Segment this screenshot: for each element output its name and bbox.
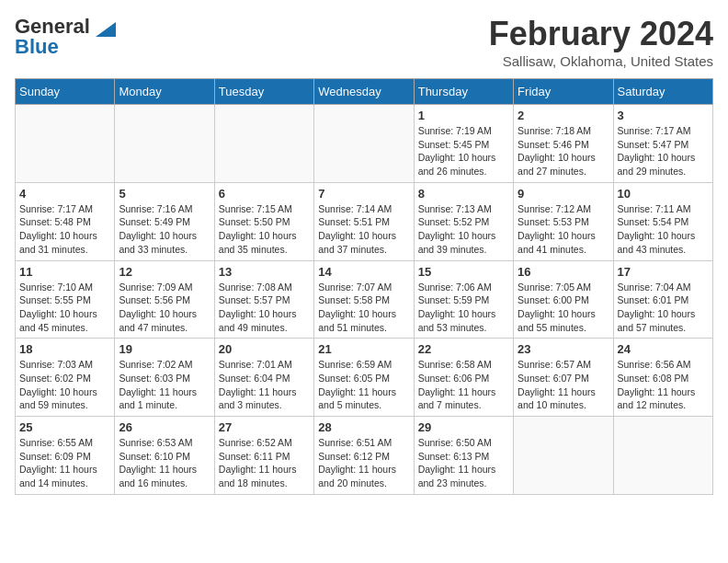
day-number: 27 <box>219 420 310 434</box>
calendar-cell: 6Sunrise: 7:15 AMSunset: 5:50 PMDaylight… <box>214 182 313 260</box>
day-info: Sunrise: 7:07 AMSunset: 5:58 PMDaylight:… <box>318 281 409 335</box>
logo: General Blue <box>15 15 116 59</box>
day-number: 11 <box>19 265 110 279</box>
day-number: 17 <box>618 265 709 279</box>
calendar-cell: 25Sunrise: 6:55 AMSunset: 6:09 PMDayligh… <box>16 417 115 495</box>
day-info: Sunrise: 7:17 AMSunset: 5:48 PMDaylight:… <box>19 202 110 257</box>
calendar-cell: 24Sunrise: 6:56 AMSunset: 6:08 PMDayligh… <box>613 339 712 417</box>
calendar-cell: 18Sunrise: 7:03 AMSunset: 6:02 PMDayligh… <box>16 339 115 417</box>
day-number: 28 <box>318 420 409 434</box>
day-info: Sunrise: 7:11 AMSunset: 5:54 PMDaylight:… <box>618 202 709 257</box>
day-number: 21 <box>318 342 409 356</box>
day-info: Sunrise: 7:18 AMSunset: 5:46 PMDaylight:… <box>518 124 609 178</box>
day-number: 7 <box>318 187 409 201</box>
header: General Blue February 2024 Sallisaw, Okl… <box>15 15 713 69</box>
day-info: Sunrise: 6:50 AMSunset: 6:13 PMDaylight:… <box>418 436 509 490</box>
calendar-cell: 28Sunrise: 6:51 AMSunset: 6:12 PMDayligh… <box>314 417 414 495</box>
day-info: Sunrise: 7:08 AMSunset: 5:57 PMDaylight:… <box>219 281 310 335</box>
calendar-cell <box>16 105 115 183</box>
day-info: Sunrise: 6:58 AMSunset: 6:06 PMDaylight:… <box>418 358 509 412</box>
day-number: 3 <box>618 109 709 122</box>
day-number: 23 <box>518 342 609 356</box>
calendar-cell: 12Sunrise: 7:09 AMSunset: 5:56 PMDayligh… <box>115 260 214 339</box>
calendar-cell <box>214 105 313 183</box>
day-number: 1 <box>418 109 509 122</box>
day-info: Sunrise: 6:57 AMSunset: 6:07 PMDaylight:… <box>518 358 609 412</box>
day-info: Sunrise: 7:01 AMSunset: 6:04 PMDaylight:… <box>219 358 310 412</box>
calendar-cell: 7Sunrise: 7:14 AMSunset: 5:51 PMDaylight… <box>314 182 414 260</box>
weekday-header-sunday: Sunday <box>16 79 115 105</box>
calendar-week-1: 1Sunrise: 7:19 AMSunset: 5:45 PMDaylight… <box>16 105 713 183</box>
day-info: Sunrise: 7:16 AMSunset: 5:49 PMDaylight:… <box>119 202 210 257</box>
day-info: Sunrise: 7:04 AMSunset: 6:01 PMDaylight:… <box>618 281 709 335</box>
calendar-week-4: 18Sunrise: 7:03 AMSunset: 6:02 PMDayligh… <box>16 339 713 417</box>
calendar-cell: 3Sunrise: 7:17 AMSunset: 5:47 PMDaylight… <box>613 105 712 183</box>
day-number: 29 <box>418 420 509 434</box>
day-number: 26 <box>119 420 210 434</box>
calendar-cell <box>514 417 613 495</box>
logo-icon <box>96 22 116 37</box>
day-info: Sunrise: 7:14 AMSunset: 5:51 PMDaylight:… <box>318 202 409 257</box>
day-number: 10 <box>618 187 709 201</box>
day-number: 13 <box>219 265 310 279</box>
svg-marker-0 <box>96 22 116 37</box>
day-number: 18 <box>19 342 110 356</box>
day-number: 2 <box>518 109 609 122</box>
day-info: Sunrise: 7:10 AMSunset: 5:55 PMDaylight:… <box>19 281 110 335</box>
calendar-week-2: 4Sunrise: 7:17 AMSunset: 5:48 PMDaylight… <box>16 182 713 260</box>
weekday-header-thursday: Thursday <box>414 79 513 105</box>
calendar-week-5: 25Sunrise: 6:55 AMSunset: 6:09 PMDayligh… <box>16 417 713 495</box>
day-number: 5 <box>119 187 210 201</box>
day-info: Sunrise: 6:56 AMSunset: 6:08 PMDaylight:… <box>618 358 709 412</box>
calendar-cell: 4Sunrise: 7:17 AMSunset: 5:48 PMDaylight… <box>16 182 115 260</box>
weekday-header-friday: Friday <box>514 79 613 105</box>
calendar-cell: 1Sunrise: 7:19 AMSunset: 5:45 PMDaylight… <box>414 105 513 183</box>
day-number: 9 <box>518 187 609 201</box>
day-number: 24 <box>618 342 709 356</box>
calendar-cell: 21Sunrise: 6:59 AMSunset: 6:05 PMDayligh… <box>314 339 414 417</box>
day-number: 6 <box>219 187 310 201</box>
day-info: Sunrise: 6:53 AMSunset: 6:10 PMDaylight:… <box>119 436 210 490</box>
day-info: Sunrise: 7:19 AMSunset: 5:45 PMDaylight:… <box>418 124 509 178</box>
calendar-cell <box>314 105 414 183</box>
calendar-cell: 2Sunrise: 7:18 AMSunset: 5:46 PMDaylight… <box>514 105 613 183</box>
day-number: 25 <box>19 420 110 434</box>
calendar-cell: 17Sunrise: 7:04 AMSunset: 6:01 PMDayligh… <box>613 260 712 339</box>
weekday-header-saturday: Saturday <box>613 79 712 105</box>
weekday-header-row: SundayMondayTuesdayWednesdayThursdayFrid… <box>16 79 713 105</box>
calendar-cell: 16Sunrise: 7:05 AMSunset: 6:00 PMDayligh… <box>514 260 613 339</box>
calendar-cell: 15Sunrise: 7:06 AMSunset: 5:59 PMDayligh… <box>414 260 513 339</box>
weekday-header-wednesday: Wednesday <box>314 79 414 105</box>
day-number: 8 <box>418 187 509 201</box>
day-number: 15 <box>418 265 509 279</box>
day-number: 4 <box>19 187 110 201</box>
calendar-cell: 11Sunrise: 7:10 AMSunset: 5:55 PMDayligh… <box>16 260 115 339</box>
day-info: Sunrise: 6:51 AMSunset: 6:12 PMDaylight:… <box>318 436 409 490</box>
calendar-cell: 29Sunrise: 6:50 AMSunset: 6:13 PMDayligh… <box>414 417 513 495</box>
day-info: Sunrise: 7:06 AMSunset: 5:59 PMDaylight:… <box>418 281 509 335</box>
day-info: Sunrise: 7:03 AMSunset: 6:02 PMDaylight:… <box>19 358 110 412</box>
day-number: 19 <box>119 342 210 356</box>
day-info: Sunrise: 7:09 AMSunset: 5:56 PMDaylight:… <box>119 281 210 335</box>
calendar-cell: 8Sunrise: 7:13 AMSunset: 5:52 PMDaylight… <box>414 182 513 260</box>
calendar-cell: 27Sunrise: 6:52 AMSunset: 6:11 PMDayligh… <box>214 417 313 495</box>
day-info: Sunrise: 7:02 AMSunset: 6:03 PMDaylight:… <box>119 358 210 412</box>
day-number: 20 <box>219 342 310 356</box>
weekday-header-tuesday: Tuesday <box>214 79 313 105</box>
title-area: February 2024 Sallisaw, Oklahoma, United… <box>489 15 713 69</box>
calendar-cell: 19Sunrise: 7:02 AMSunset: 6:03 PMDayligh… <box>115 339 214 417</box>
day-info: Sunrise: 6:59 AMSunset: 6:05 PMDaylight:… <box>318 358 409 412</box>
day-info: Sunrise: 7:12 AMSunset: 5:53 PMDaylight:… <box>518 202 609 257</box>
calendar-cell: 14Sunrise: 7:07 AMSunset: 5:58 PMDayligh… <box>314 260 414 339</box>
calendar-cell: 13Sunrise: 7:08 AMSunset: 5:57 PMDayligh… <box>214 260 313 339</box>
day-info: Sunrise: 7:15 AMSunset: 5:50 PMDaylight:… <box>219 202 310 257</box>
location: Sallisaw, Oklahoma, United States <box>489 53 713 69</box>
day-info: Sunrise: 6:55 AMSunset: 6:09 PMDaylight:… <box>19 436 110 490</box>
weekday-header-monday: Monday <box>115 79 214 105</box>
calendar-cell: 22Sunrise: 6:58 AMSunset: 6:06 PMDayligh… <box>414 339 513 417</box>
month-title: February 2024 <box>489 15 713 53</box>
calendar-cell <box>115 105 214 183</box>
calendar-cell: 26Sunrise: 6:53 AMSunset: 6:10 PMDayligh… <box>115 417 214 495</box>
day-info: Sunrise: 7:17 AMSunset: 5:47 PMDaylight:… <box>618 124 709 178</box>
calendar-cell: 10Sunrise: 7:11 AMSunset: 5:54 PMDayligh… <box>613 182 712 260</box>
